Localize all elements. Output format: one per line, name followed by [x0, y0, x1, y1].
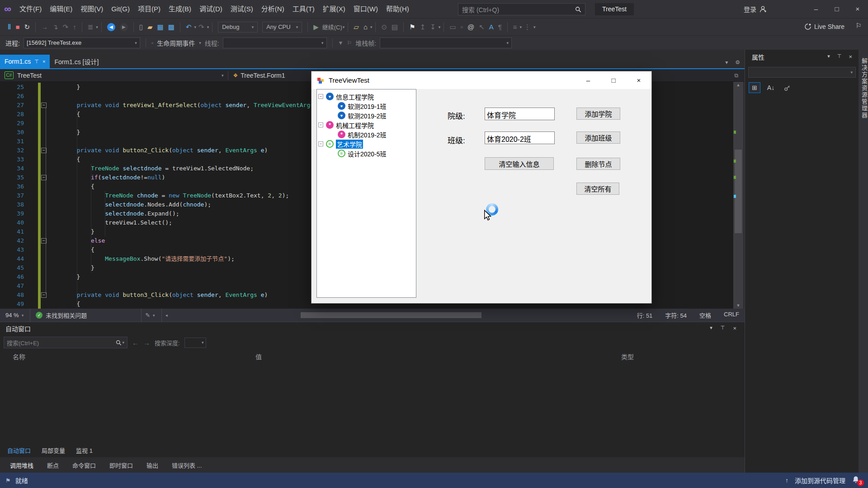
split-window-icon[interactable]: ⧉ [734, 72, 738, 79]
fold-toggle-icon[interactable]: − [41, 103, 47, 108]
column-indicator[interactable]: 字符: 54 [665, 311, 687, 319]
chevron-down-icon[interactable]: ▾ [370, 25, 373, 29]
menu-item-文件F[interactable]: 文件(F) [15, 0, 46, 18]
step-out-icon[interactable]: ↑ [73, 19, 76, 35]
breadcrumb-type[interactable]: TreeTest.Form1 [241, 72, 285, 79]
chevron-down-icon[interactable]: ▾ [827, 53, 830, 60]
find-in-files-icon[interactable]: ▱ [354, 19, 359, 35]
spaces-indicator[interactable]: 空格 [699, 311, 711, 319]
collapse-toggle-icon[interactable]: − [318, 141, 323, 146]
pin-icon[interactable]: ⊤ [837, 53, 842, 60]
chevron-down-icon[interactable]: ▾ [194, 25, 197, 29]
tree-node[interactable]: ≡设计2020-5班 [317, 149, 416, 158]
chevron-down-icon[interactable]: ▾ [439, 25, 441, 29]
tab-Form1.cs[interactable]: Form1.cs⊤× [0, 55, 50, 68]
redo-icon[interactable]: ↷ [198, 19, 204, 35]
chevron-down-icon[interactable]: ▾ [533, 25, 536, 29]
share-icon[interactable]: ⚐ [856, 22, 862, 30]
autos-search-box[interactable]: 搜索(Ctrl+E) ▾ [4, 337, 127, 348]
save-icon[interactable]: ▦ [157, 19, 164, 35]
tree-node[interactable]: −≡艺术学院 [317, 139, 416, 149]
quick-search-box[interactable]: 搜索 (Ctrl+Q) [458, 3, 585, 15]
process-dropdown[interactable]: [15692] TreeTest.exe ▾ [24, 38, 140, 48]
menu-item-窗口W[interactable]: 窗口(W) [349, 0, 382, 18]
open-file-icon[interactable]: ▰ [147, 19, 153, 35]
college-treeview[interactable]: −♥信息工程学院♥软测2019-1班♥软测2019-2班−*机械工程学院*机制2… [316, 89, 416, 298]
save-all-icon[interactable]: ▩ [168, 19, 175, 35]
tree-node[interactable]: *机制2019-2班 [317, 130, 416, 139]
mention-icon[interactable]: @ [467, 19, 474, 35]
chevron-down-icon[interactable]: ▾ [343, 25, 345, 29]
chevron-down-icon[interactable]: ▾ [122, 340, 124, 345]
dialog-close-button[interactable]: × [626, 71, 651, 89]
collapse-toggle-icon[interactable]: − [318, 94, 323, 99]
autos-tab-局部变量[interactable]: 局部变量 [36, 444, 71, 456]
zoom-level[interactable]: 94 % [5, 312, 19, 319]
categorized-view-icon[interactable]: ⊞ [749, 82, 760, 93]
more-ops-icon[interactable]: ⋮ [524, 19, 531, 35]
tool-window-tab-命令窗口[interactable]: 命令窗口 [67, 461, 101, 469]
class-view-icon[interactable]: ▫ [461, 19, 463, 35]
chevron-down-icon[interactable]: ▾ [199, 41, 201, 45]
property-pages-icon[interactable] [781, 82, 793, 93]
minimize-button[interactable]: – [806, 0, 826, 18]
solution-name-label[interactable]: TreeTest [595, 3, 634, 15]
pointer-icon[interactable]: ↖ [479, 19, 485, 35]
rename-icon[interactable]: A [489, 19, 494, 35]
home-icon[interactable]: ⌂ [363, 19, 368, 35]
chevron-down-icon[interactable]: ▾ [520, 25, 522, 29]
tool-window-tab-错误列表[interactable]: 错误列表 ... [166, 461, 207, 469]
add-class-button[interactable]: 添加班级 [576, 131, 620, 144]
lifecycle-events-button[interactable]: 生命周期事件 [157, 38, 195, 47]
horizontal-scrollbar-thumb[interactable] [301, 312, 481, 318]
scroll-left-icon[interactable]: ◂ [165, 313, 168, 318]
menu-item-项目P[interactable]: 项目(P) [134, 0, 165, 18]
platform-dropdown[interactable]: Any CPU▾ [262, 22, 302, 33]
tree-node[interactable]: ♥软测2019-1班 [317, 101, 416, 111]
tree-node[interactable]: −♥信息工程学院 [317, 92, 416, 101]
comment-icon[interactable]: ≣ [88, 19, 94, 35]
solution-explorer-side-tab[interactable]: 解决方案资源管理器 [859, 50, 868, 473]
menu-item-分析N[interactable]: 分析(N) [257, 0, 288, 18]
new-file-icon[interactable]: ▯ [139, 19, 143, 35]
navigate-forward-icon[interactable]: ▶ [120, 23, 128, 31]
editor-vertical-scrollbar[interactable]: ▲ ▼ [733, 82, 743, 309]
continue-button[interactable]: ▶ [313, 19, 319, 35]
debug-config-dropdown[interactable]: Debug▾ [218, 22, 258, 33]
sign-in-button[interactable]: 登录 [744, 0, 767, 18]
college-input[interactable]: 体育学院 [485, 108, 555, 120]
undo-icon[interactable]: ↶ [186, 19, 192, 35]
output-window-icon[interactable]: ▤ [392, 19, 398, 35]
forward-arrow-icon[interactable]: → [143, 339, 150, 347]
dialog-titlebar[interactable]: TreeViewTest – □ × [311, 71, 651, 89]
line-indicator[interactable]: 行: 51 [637, 311, 653, 319]
alphabetical-sort-icon[interactable]: A↓ [765, 82, 777, 93]
menu-item-编辑E[interactable]: 编辑(E) [46, 0, 76, 18]
autos-tab-自动窗口[interactable]: 自动窗口 [2, 444, 36, 456]
menu-item-扩展X[interactable]: 扩展(X) [319, 0, 349, 18]
dialog-maximize-button[interactable]: □ [601, 71, 626, 89]
tool-window-tab-即时窗口[interactable]: 即时窗口 [104, 461, 138, 469]
stack-frame-dropdown[interactable]: ▾ [380, 38, 512, 48]
line-ops-icon[interactable]: ≡ [513, 19, 517, 35]
column-name[interactable]: 名称 [13, 352, 25, 361]
prev-bookmark-icon[interactable]: ↥ [420, 19, 426, 35]
chevron-down-icon[interactable]: ▾ [222, 73, 224, 78]
notifications-button[interactable]: 3 [852, 476, 861, 485]
restart-icon[interactable]: ↻ [24, 19, 30, 35]
flag-filter-icon[interactable]: ⚐ [347, 40, 352, 46]
tool-window-tab-输出[interactable]: 输出 [141, 461, 164, 469]
menu-item-帮助H[interactable]: 帮助(H) [382, 0, 413, 18]
scroll-up-icon[interactable]: ▲ [733, 83, 743, 87]
menu-item-测试S[interactable]: 测试(S) [226, 0, 257, 18]
back-arrow-icon[interactable]: ← [132, 339, 139, 347]
pin-icon[interactable]: ⊤ [721, 325, 725, 332]
issues-message[interactable]: 未找到相关问题 [46, 311, 87, 319]
pause-icon[interactable]: Ⅱ [8, 19, 11, 35]
menu-item-视图V[interactable]: 视图(V) [76, 0, 107, 18]
menu-item-生成B[interactable]: 生成(B) [165, 0, 195, 18]
step-into-icon[interactable]: ↴ [52, 19, 58, 35]
search-depth-dropdown[interactable]: ▾ [184, 338, 206, 348]
tool-window-tab-断点[interactable]: 断点 [42, 461, 64, 469]
breadcrumb-project[interactable]: TreeTest [17, 72, 42, 79]
